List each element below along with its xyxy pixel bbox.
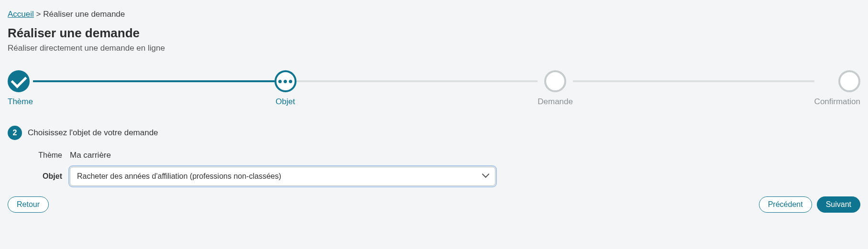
breadcrumb-separator: > <box>36 10 41 19</box>
step-objet: Objet <box>275 70 297 107</box>
section-number-badge: 2 <box>8 126 22 140</box>
step-theme: Thème <box>8 70 33 107</box>
object-select-value: Racheter des années d'affiliation (profe… <box>77 172 281 181</box>
dots-icon <box>275 70 297 92</box>
check-icon <box>8 70 30 92</box>
step-circle-icon <box>544 70 566 92</box>
step-demande: Demande <box>538 70 573 107</box>
page-subtitle: Réaliser directement une demande en lign… <box>8 43 860 53</box>
stepper-connector <box>573 80 814 82</box>
object-select[interactable]: Racheter des années d'affiliation (profe… <box>70 167 495 186</box>
step-circle-icon <box>838 70 860 92</box>
section-heading: 2 Choisissez l'objet de votre demande <box>8 126 860 140</box>
back-button[interactable]: Retour <box>8 196 49 213</box>
theme-label: Thème <box>8 151 70 160</box>
next-button[interactable]: Suivant <box>817 196 860 213</box>
stepper-connector <box>297 80 538 82</box>
previous-button[interactable]: Précédent <box>759 196 812 213</box>
breadcrumb-home-link[interactable]: Accueil <box>8 10 34 19</box>
step-label: Objet <box>275 97 295 107</box>
form-row-object: Objet Racheter des années d'affiliation … <box>8 167 860 186</box>
step-label: Thème <box>8 97 33 107</box>
stepper: Thème Objet Demande Confirmation <box>8 70 860 107</box>
stepper-connector <box>33 80 275 82</box>
breadcrumb-current: Réaliser une demande <box>43 10 125 19</box>
page-title: Réaliser une demande <box>8 26 860 41</box>
step-label: Confirmation <box>814 97 860 107</box>
actions-bar: Retour Précédent Suivant <box>8 196 860 213</box>
form-row-theme: Thème Ma carrière <box>8 151 860 160</box>
step-confirmation: Confirmation <box>814 70 860 107</box>
section-title: Choisissez l'objet de votre demande <box>28 128 158 138</box>
step-label: Demande <box>538 97 573 107</box>
object-label: Objet <box>8 172 70 181</box>
breadcrumb: Accueil > Réaliser une demande <box>8 10 860 19</box>
theme-value: Ma carrière <box>70 151 111 160</box>
